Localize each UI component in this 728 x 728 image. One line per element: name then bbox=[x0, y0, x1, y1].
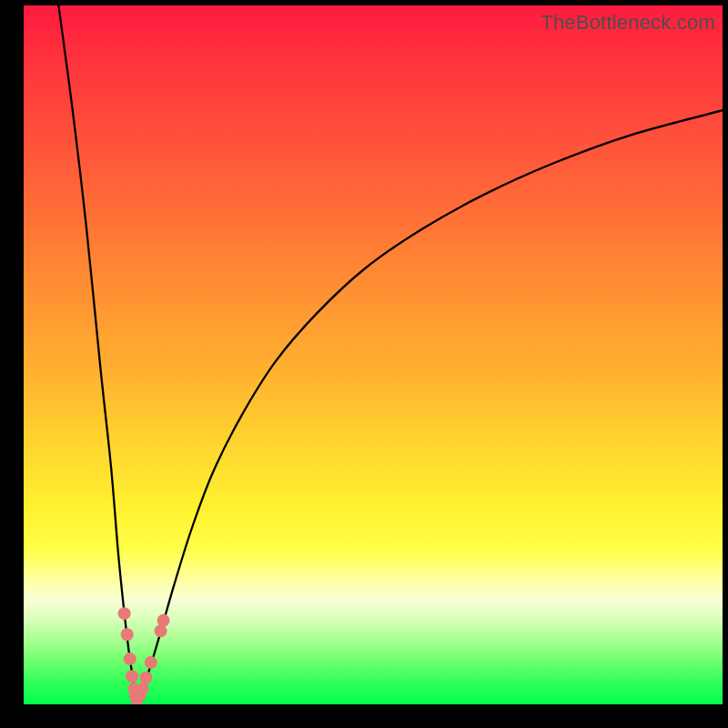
marker-dot bbox=[124, 652, 136, 665]
marker-dot bbox=[136, 682, 149, 695]
marker-dot bbox=[121, 628, 134, 641]
curve-left bbox=[58, 5, 136, 700]
curve-right bbox=[136, 110, 723, 700]
plot-area: TheBottleneck.com bbox=[24, 5, 723, 704]
curves-svg bbox=[24, 5, 723, 704]
marker-dot bbox=[157, 614, 170, 627]
marker-dot bbox=[139, 672, 152, 684]
chart-frame: TheBottleneck.com bbox=[0, 0, 728, 728]
marker-dot bbox=[126, 670, 138, 682]
marker-dot bbox=[145, 656, 157, 669]
marker-dot bbox=[118, 607, 131, 620]
